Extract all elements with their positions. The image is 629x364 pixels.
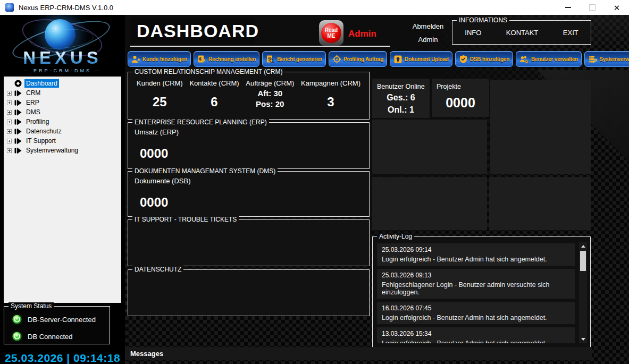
tree-expander[interactable] xyxy=(7,110,12,115)
title-underline xyxy=(130,46,390,47)
tree-item-erp[interactable]: ERP xyxy=(4,98,121,107)
minimize-icon xyxy=(565,7,571,8)
power-status-icon xyxy=(12,331,22,342)
tree-item-label: DMS xyxy=(24,108,42,116)
shield-check-icon xyxy=(459,55,468,64)
tree-expander[interactable] xyxy=(7,129,12,134)
log-scrollbar[interactable] xyxy=(579,242,587,343)
person-add-icon xyxy=(131,55,140,64)
report-icon xyxy=(266,55,275,64)
power-status-icon xyxy=(12,314,22,325)
tree-expander[interactable] xyxy=(7,148,12,153)
log-timestamp: 16.03.2026 07:45 xyxy=(382,304,570,312)
tree-item-crm[interactable]: CRM xyxy=(4,88,121,98)
activity-log-title: Activity-Log xyxy=(377,233,414,240)
close-icon: ✕ xyxy=(614,4,620,12)
document-upload-button[interactable]: Dokument Upload xyxy=(390,51,452,67)
current-user-label: Admin xyxy=(397,36,459,44)
messages-label: Messages xyxy=(130,350,163,358)
scroll-up-icon[interactable] xyxy=(581,245,585,248)
log-timestamp: 13.03.2026 15:34 xyxy=(382,330,570,337)
readme-button-face: Read ME xyxy=(321,23,341,43)
kontakt-link[interactable]: KONTAKT xyxy=(502,27,542,39)
activity-log-groupbox: Activity-Log 25.03.2026 09:14 Login erfo… xyxy=(372,236,591,348)
tree-item-label: IT Support xyxy=(24,137,57,145)
logo-name: NEXUS xyxy=(0,48,125,68)
datetime-display: 25.03.2026 | 09:14:18 xyxy=(0,352,125,364)
log-message: Login erfolgreich - Benutzer Admin hat s… xyxy=(382,340,570,343)
add-customer-button[interactable]: Kunde hinzufügen xyxy=(128,51,191,67)
system-status-title: System Status xyxy=(9,302,54,310)
crosshair-icon xyxy=(332,55,341,64)
benutzer-gesamt: Ges.: 6 xyxy=(372,93,430,103)
stat-kampagnen: Kampagnen (CRM) 3 xyxy=(301,79,360,109)
placeholder-panel xyxy=(489,177,591,230)
activity-log-list[interactable]: 25.03.2026 09:14 Login erfolgreich - Ben… xyxy=(377,243,575,343)
module-arrow-icon xyxy=(14,138,22,145)
dokumente-value: 0000 xyxy=(140,195,168,210)
projekte-panel: Projekte 0000 xyxy=(432,79,489,117)
module-arrow-icon xyxy=(14,147,22,154)
log-entry: 25.03.2026 09:13 Fehlgeschlagener Login … xyxy=(377,269,575,299)
exit-link[interactable]: EXIT xyxy=(559,27,583,39)
erp-title: ENTERPRISE RESOURCE PLANNING (ERP) xyxy=(132,118,269,126)
log-message: Login erfolgreich - Benutzer Admin hat s… xyxy=(382,314,570,321)
tree-item-label: CRM xyxy=(24,89,42,97)
app-icon xyxy=(5,3,14,12)
scroll-down-icon[interactable] xyxy=(581,338,585,341)
tree-item-label: Datenschutz xyxy=(24,127,63,136)
tree-expander[interactable] xyxy=(7,120,12,124)
close-button[interactable]: ✕ xyxy=(605,0,629,15)
informations-groupbox: INFORMATIONS INFO KONTAKT EXIT xyxy=(452,20,591,45)
tree-expander[interactable] xyxy=(7,91,12,96)
tree-item-label: Dashboard xyxy=(24,79,59,88)
dms-groupbox: DOKUMENTEN MANAGEMANT SYSTEM (DMS) Dokum… xyxy=(128,171,370,217)
sidebar: NEXUS ERP-CRM-DMS Dashboard CRM ERP xyxy=(0,15,125,364)
generate-report-button[interactable]: Bericht generieren xyxy=(262,51,326,67)
status-row-db: DB Connected xyxy=(12,331,110,342)
info-link[interactable]: INFO xyxy=(460,27,485,39)
tree-item-profiling[interactable]: Profiling xyxy=(4,117,121,126)
tree-expander[interactable] xyxy=(7,100,12,105)
users-gear-icon xyxy=(519,55,529,64)
umsatz-value: 0000 xyxy=(140,146,168,161)
quick-action-toolbar: Kunde hinzufügen € Rechnung erstellen Be… xyxy=(128,51,590,67)
window-title: Nexus ERP-CRM-DMS V.1.0.0 xyxy=(19,4,113,12)
server-wrench-icon xyxy=(588,55,597,64)
it-support-title: IT SUPPORT - TROUBLE TICKETS xyxy=(132,216,239,223)
stat-kontakte: Kontakte (CRM) 6 xyxy=(189,79,239,109)
maximize-button[interactable] xyxy=(580,0,605,15)
stat-kampagnen-value: 3 xyxy=(301,95,360,109)
tree-item-label: Profiling xyxy=(24,117,51,126)
profiling-order-button[interactable]: Profiling Auftrag xyxy=(329,51,387,67)
tree-item-dms[interactable]: DMS xyxy=(4,107,121,117)
minimize-button[interactable] xyxy=(556,0,580,15)
log-timestamp: 25.03.2026 09:13 xyxy=(382,272,570,279)
add-dsb-button[interactable]: DSB hinzufügen xyxy=(455,51,513,67)
create-invoice-button[interactable]: € Rechnung erstellen xyxy=(194,51,259,67)
crm-groupbox: CUSTOM RELATIONSCHIP MANAGEMENT (CRM) Ku… xyxy=(128,72,370,120)
tree-item-label: ERP xyxy=(24,98,41,107)
log-entry: 25.03.2026 09:14 Login erfolgreich - Ben… xyxy=(377,243,575,266)
nexus-logo: NEXUS ERP-CRM-DMS xyxy=(0,15,125,77)
tree-expander[interactable] xyxy=(7,139,12,143)
manage-users-button[interactable]: Benutzer verwalten xyxy=(516,51,582,67)
logout-label[interactable]: Abmelden xyxy=(397,22,459,30)
upload-icon xyxy=(393,55,402,64)
readme-button[interactable]: Read ME xyxy=(319,20,343,46)
scrollbar-thumb[interactable] xyxy=(580,251,586,271)
tree-item-systemverwaltung[interactable]: Systemverwaltung xyxy=(4,146,121,155)
crm-title: CUSTOM RELATIONSCHIP MANAGEMENT (CRM) xyxy=(132,68,284,75)
navigation-tree: Dashboard CRM ERP DMS Profiling xyxy=(4,77,121,303)
benutzer-online-panel: Benutzer Online Ges.: 6 Onl.: 1 xyxy=(372,79,430,118)
log-entry: 13.03.2026 15:34 Login erfolgreich - Ben… xyxy=(377,327,575,343)
module-arrow-icon xyxy=(14,128,22,135)
tree-item-it-support[interactable]: IT Support xyxy=(4,136,121,146)
status-label: DB Connected xyxy=(28,333,73,341)
log-message: Login erfolgreich - Benutzer Admin hat s… xyxy=(382,256,570,263)
tree-item-datenschutz[interactable]: Datenschutz xyxy=(4,126,121,136)
system-admin-button[interactable]: Systemverwaltung xyxy=(584,51,629,67)
tree-item-dashboard[interactable]: Dashboard xyxy=(4,79,121,88)
informations-title: INFORMATIONS xyxy=(457,16,509,24)
page-title: DASHBOARD xyxy=(130,18,255,44)
